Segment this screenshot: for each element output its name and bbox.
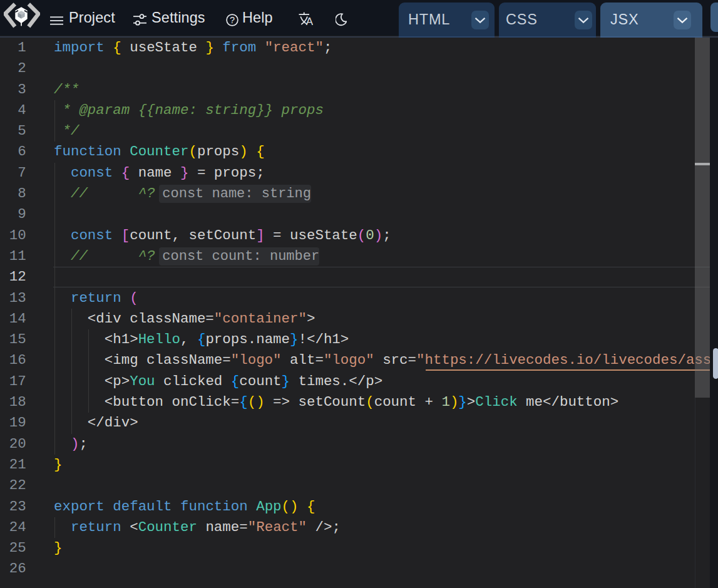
svg-text:A: A [306,16,313,28]
svg-text:?: ? [230,15,235,25]
